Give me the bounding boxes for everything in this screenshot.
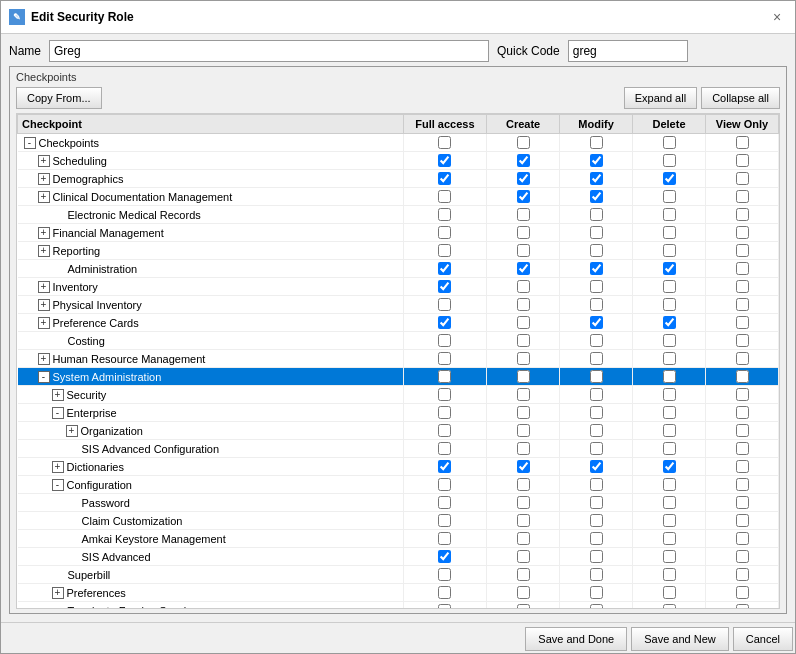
modify-cell[interactable]: [560, 170, 633, 188]
create-cell[interactable]: [487, 440, 560, 458]
modify-checkbox[interactable]: [590, 280, 603, 293]
modify-cell[interactable]: [560, 134, 633, 152]
delete-cell[interactable]: [633, 296, 706, 314]
create-cell[interactable]: [487, 476, 560, 494]
view-cell[interactable]: [706, 422, 779, 440]
view-cell[interactable]: [706, 314, 779, 332]
view-cell[interactable]: [706, 512, 779, 530]
view-cell[interactable]: [706, 350, 779, 368]
create-checkbox[interactable]: [517, 478, 530, 491]
view-checkbox[interactable]: [736, 316, 749, 329]
view-cell[interactable]: [706, 278, 779, 296]
expander-icon[interactable]: +: [52, 389, 64, 401]
modify-cell[interactable]: [560, 206, 633, 224]
full-checkbox[interactable]: [438, 244, 451, 257]
modify-checkbox[interactable]: [590, 496, 603, 509]
modify-checkbox[interactable]: [590, 316, 603, 329]
create-cell[interactable]: [487, 548, 560, 566]
full-checkbox[interactable]: [438, 514, 451, 527]
expander-icon[interactable]: +: [38, 299, 50, 311]
full-cell[interactable]: [403, 350, 486, 368]
modify-cell[interactable]: [560, 440, 633, 458]
full-cell[interactable]: [403, 458, 486, 476]
full-checkbox[interactable]: [438, 190, 451, 203]
full-checkbox[interactable]: [438, 208, 451, 221]
view-checkbox[interactable]: [736, 406, 749, 419]
delete-checkbox[interactable]: [663, 316, 676, 329]
expander-icon[interactable]: -: [24, 137, 36, 149]
delete-cell[interactable]: [633, 386, 706, 404]
modify-checkbox[interactable]: [590, 406, 603, 419]
delete-checkbox[interactable]: [663, 604, 676, 609]
modify-checkbox[interactable]: [590, 172, 603, 185]
view-checkbox[interactable]: [736, 136, 749, 149]
delete-cell[interactable]: [633, 458, 706, 476]
full-checkbox[interactable]: [438, 316, 451, 329]
delete-cell[interactable]: [633, 602, 706, 610]
full-checkbox[interactable]: [438, 460, 451, 473]
close-button[interactable]: ×: [767, 7, 787, 27]
full-checkbox[interactable]: [438, 226, 451, 239]
modify-cell[interactable]: [560, 296, 633, 314]
delete-checkbox[interactable]: [663, 514, 676, 527]
create-cell[interactable]: [487, 530, 560, 548]
modify-cell[interactable]: [560, 512, 633, 530]
create-checkbox[interactable]: [517, 208, 530, 221]
full-checkbox[interactable]: [438, 406, 451, 419]
modify-checkbox[interactable]: [590, 190, 603, 203]
delete-checkbox[interactable]: [663, 532, 676, 545]
create-checkbox[interactable]: [517, 442, 530, 455]
full-cell[interactable]: [403, 476, 486, 494]
full-checkbox[interactable]: [438, 478, 451, 491]
full-cell[interactable]: [403, 134, 486, 152]
full-checkbox[interactable]: [438, 442, 451, 455]
create-checkbox[interactable]: [517, 424, 530, 437]
view-checkbox[interactable]: [736, 244, 749, 257]
delete-checkbox[interactable]: [663, 262, 676, 275]
cancel-button[interactable]: Cancel: [733, 627, 793, 651]
view-checkbox[interactable]: [736, 334, 749, 347]
view-checkbox[interactable]: [736, 442, 749, 455]
delete-cell[interactable]: [633, 422, 706, 440]
view-checkbox[interactable]: [736, 496, 749, 509]
full-cell[interactable]: [403, 602, 486, 610]
view-cell[interactable]: [706, 476, 779, 494]
create-cell[interactable]: [487, 386, 560, 404]
create-checkbox[interactable]: [517, 604, 530, 609]
view-checkbox[interactable]: [736, 478, 749, 491]
full-checkbox[interactable]: [438, 352, 451, 365]
modify-checkbox[interactable]: [590, 154, 603, 167]
delete-checkbox[interactable]: [663, 370, 676, 383]
create-cell[interactable]: [487, 260, 560, 278]
modify-cell[interactable]: [560, 314, 633, 332]
modify-cell[interactable]: [560, 458, 633, 476]
full-cell[interactable]: [403, 152, 486, 170]
full-checkbox[interactable]: [438, 604, 451, 609]
delete-checkbox[interactable]: [663, 226, 676, 239]
create-checkbox[interactable]: [517, 550, 530, 563]
delete-cell[interactable]: [633, 512, 706, 530]
modify-checkbox[interactable]: [590, 604, 603, 609]
delete-checkbox[interactable]: [663, 244, 676, 257]
view-checkbox[interactable]: [736, 424, 749, 437]
full-cell[interactable]: [403, 188, 486, 206]
create-cell[interactable]: [487, 422, 560, 440]
delete-checkbox[interactable]: [663, 388, 676, 401]
create-cell[interactable]: [487, 314, 560, 332]
create-checkbox[interactable]: [517, 496, 530, 509]
modify-cell[interactable]: [560, 332, 633, 350]
view-cell[interactable]: [706, 332, 779, 350]
modify-cell[interactable]: [560, 278, 633, 296]
full-checkbox[interactable]: [438, 496, 451, 509]
full-cell[interactable]: [403, 548, 486, 566]
view-cell[interactable]: [706, 386, 779, 404]
modify-checkbox[interactable]: [590, 298, 603, 311]
expander-icon[interactable]: +: [38, 155, 50, 167]
expander-icon[interactable]: +: [38, 245, 50, 257]
expander-icon[interactable]: -: [38, 371, 50, 383]
collapse-all-button[interactable]: Collapse all: [701, 87, 780, 109]
delete-cell[interactable]: [633, 134, 706, 152]
create-checkbox[interactable]: [517, 226, 530, 239]
view-checkbox[interactable]: [736, 550, 749, 563]
create-checkbox[interactable]: [517, 460, 530, 473]
